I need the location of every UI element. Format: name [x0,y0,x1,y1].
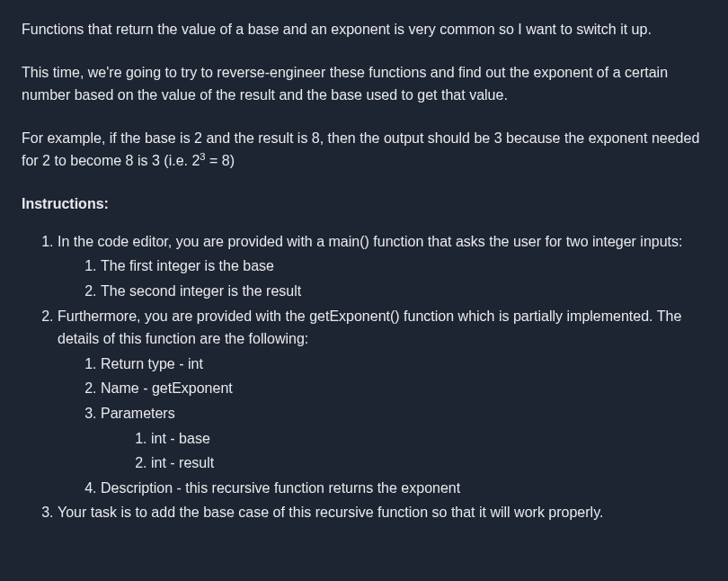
list-item: int - result [151,451,706,475]
sub-list-2: Return type - int Name - getExponent Par… [58,353,706,500]
list-item: The second integer is the result [101,280,706,303]
list-item: Description - this recursive function re… [101,477,706,500]
instructions-list: In the code editor, you are provided wit… [22,230,706,524]
sub-list-1: The first integer is the base The second… [58,255,706,302]
list-item: In the code editor, you are provided wit… [58,230,706,303]
list-item: Your task is to add the base case of thi… [58,501,706,524]
intro-paragraph-3: For example, if the base is 2 and the re… [22,127,706,174]
list-item: Name - getExponent [101,377,706,400]
list-item: Parameters int - base int - result [101,402,706,475]
item2c-text: Parameters [101,406,175,421]
sub-sub-list: int - base int - result [101,427,706,475]
instructions-heading: Instructions: [22,192,706,216]
list-item: Return type - int [101,353,706,376]
list-item: int - base [151,427,706,451]
intro-p3-text-after: = 8) [206,154,235,169]
intro-paragraph-2: This time, we're going to try to reverse… [22,61,706,107]
list-item: Furthermore, you are provided with the g… [58,305,706,500]
list-item: The first integer is the base [101,255,706,278]
item1-text: In the code editor, you are provided wit… [58,234,683,249]
intro-paragraph-1: Functions that return the value of a bas… [22,18,706,41]
intro-p3-text-before: For example, if the base is 2 and the re… [22,130,699,169]
item2-text: Furthermore, you are provided with the g… [58,308,681,347]
